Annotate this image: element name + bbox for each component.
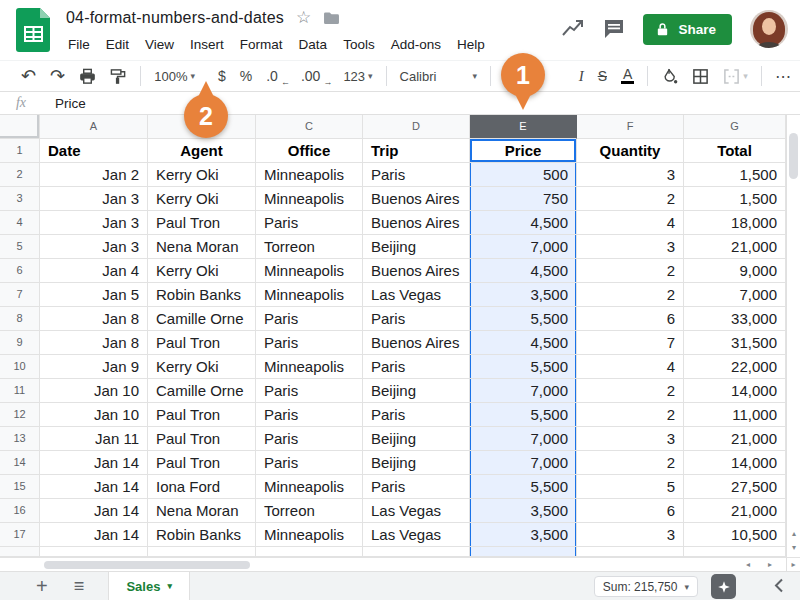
cell-G8[interactable]: 33,000: [684, 307, 786, 331]
cell-D6[interactable]: Buenos Aires: [363, 259, 470, 283]
cell-B3[interactable]: Kerry Oki: [148, 187, 256, 211]
paint-format-button[interactable]: [106, 64, 131, 88]
cell-E4[interactable]: 4,500: [470, 211, 577, 235]
star-icon[interactable]: ☆: [296, 10, 311, 26]
column-header-E[interactable]: E: [470, 115, 577, 139]
cell-A10[interactable]: Jan 9: [40, 355, 148, 379]
menu-format[interactable]: Format: [232, 34, 291, 55]
cell-D9[interactable]: Buenos Aires: [363, 331, 470, 355]
cell-F12[interactable]: 2: [577, 403, 684, 427]
cell-E11[interactable]: 7,000: [470, 379, 577, 403]
row-header[interactable]: 4: [0, 211, 40, 235]
cell-A5[interactable]: Jan 3: [40, 235, 148, 259]
formula-input[interactable]: Price: [42, 96, 86, 111]
cell-A7[interactable]: Jan 5: [40, 283, 148, 307]
cell-B2[interactable]: Kerry Oki: [148, 163, 256, 187]
cell-F16[interactable]: 6: [577, 499, 684, 523]
strikethrough-button[interactable]: S: [594, 64, 611, 88]
row-header[interactable]: 12: [0, 403, 40, 427]
cell-E1[interactable]: Price: [470, 139, 577, 163]
column-header-D[interactable]: D: [363, 115, 470, 139]
cell-F11[interactable]: 2: [577, 379, 684, 403]
cell-A1[interactable]: Date: [40, 139, 148, 163]
cell-C12[interactable]: Paris: [256, 403, 363, 427]
cell-A4[interactable]: Jan 3: [40, 211, 148, 235]
cell-C17[interactable]: Minneapolis: [256, 523, 363, 547]
scroll-down-icon[interactable]: ▾: [787, 541, 800, 555]
cell-A[interactable]: [40, 547, 148, 557]
cell-D8[interactable]: Paris: [363, 307, 470, 331]
cell-A17[interactable]: Jan 14: [40, 523, 148, 547]
menu-view[interactable]: View: [137, 34, 182, 55]
column-header-G[interactable]: G: [684, 115, 786, 139]
menu-help[interactable]: Help: [449, 34, 493, 55]
cell-G12[interactable]: 11,000: [684, 403, 786, 427]
cell-A9[interactable]: Jan 8: [40, 331, 148, 355]
cell-E[interactable]: [470, 547, 577, 557]
merge-cells-button[interactable]: ▾: [719, 64, 752, 88]
cell-B[interactable]: [148, 547, 256, 557]
cell-C8[interactable]: Paris: [256, 307, 363, 331]
scroll-right-icon[interactable]: ▸: [762, 558, 778, 572]
cell-G5[interactable]: 21,000: [684, 235, 786, 259]
cell-F7[interactable]: 2: [577, 283, 684, 307]
cell-G4[interactable]: 18,000: [684, 211, 786, 235]
cell-F14[interactable]: 2: [577, 451, 684, 475]
cell-E9[interactable]: 4,500: [470, 331, 577, 355]
cell-D7[interactable]: Las Vegas: [363, 283, 470, 307]
cell-F6[interactable]: 2: [577, 259, 684, 283]
sum-indicator[interactable]: Sum: 215,750▾: [594, 576, 698, 597]
row-header[interactable]: 9: [0, 331, 40, 355]
cell-G16[interactable]: 21,000: [684, 499, 786, 523]
cell-F15[interactable]: 5: [577, 475, 684, 499]
menu-addons[interactable]: Add-ons: [383, 34, 449, 55]
cell-E7[interactable]: 3,500: [470, 283, 577, 307]
cell-G14[interactable]: 14,000: [684, 451, 786, 475]
text-color-button[interactable]: A: [617, 64, 638, 88]
cell-B12[interactable]: Paul Tron: [148, 403, 256, 427]
cell-E13[interactable]: 7,000: [470, 427, 577, 451]
cell-B6[interactable]: Kerry Oki: [148, 259, 256, 283]
scroll-up-icon[interactable]: ▴: [787, 527, 800, 541]
cell-D[interactable]: [363, 547, 470, 557]
cell-G6[interactable]: 9,000: [684, 259, 786, 283]
column-header-A[interactable]: A: [40, 115, 148, 139]
horizontal-scrollbar-thumb[interactable]: [44, 561, 250, 569]
cell-D4[interactable]: Buenos Aires: [363, 211, 470, 235]
cell-G2[interactable]: 1,500: [684, 163, 786, 187]
italic-button[interactable]: I: [575, 64, 588, 88]
cell-E5[interactable]: 7,000: [470, 235, 577, 259]
horizontal-scrollbar[interactable]: ◂ ▸: [0, 557, 786, 571]
document-title[interactable]: 04-format-numbers-and-dates: [66, 9, 284, 27]
fill-color-button[interactable]: [657, 64, 682, 88]
decrease-decimal-button[interactable]: .0←: [262, 64, 291, 88]
cell-D2[interactable]: Paris: [363, 163, 470, 187]
cell-C16[interactable]: Torreon: [256, 499, 363, 523]
cell-D14[interactable]: Beijing: [363, 451, 470, 475]
row-header[interactable]: 8: [0, 307, 40, 331]
cell-C3[interactable]: Minneapolis: [256, 187, 363, 211]
cell-B4[interactable]: Paul Tron: [148, 211, 256, 235]
cell-D10[interactable]: Paris: [363, 355, 470, 379]
cell-E10[interactable]: 5,500: [470, 355, 577, 379]
cell-E12[interactable]: 5,500: [470, 403, 577, 427]
cell-C4[interactable]: Paris: [256, 211, 363, 235]
cell-A16[interactable]: Jan 14: [40, 499, 148, 523]
row-header[interactable]: 1: [0, 139, 40, 163]
cell-G1[interactable]: Total: [684, 139, 786, 163]
cell-G11[interactable]: 14,000: [684, 379, 786, 403]
cell-A15[interactable]: Jan 14: [40, 475, 148, 499]
cell-C7[interactable]: Minneapolis: [256, 283, 363, 307]
cell-F17[interactable]: 3: [577, 523, 684, 547]
cell-B8[interactable]: Camille Orne: [148, 307, 256, 331]
cell-E17[interactable]: 3,500: [470, 523, 577, 547]
cell-E6[interactable]: 4,500: [470, 259, 577, 283]
cell-A3[interactable]: Jan 3: [40, 187, 148, 211]
row-header[interactable]: 11: [0, 379, 40, 403]
format-as-percent-button[interactable]: %: [236, 64, 256, 88]
cell-A12[interactable]: Jan 10: [40, 403, 148, 427]
menu-tools[interactable]: Tools: [335, 34, 383, 55]
cell-G7[interactable]: 7,000: [684, 283, 786, 307]
cell-C15[interactable]: Minneapolis: [256, 475, 363, 499]
all-sheets-menu-icon[interactable]: ≡: [68, 577, 91, 595]
